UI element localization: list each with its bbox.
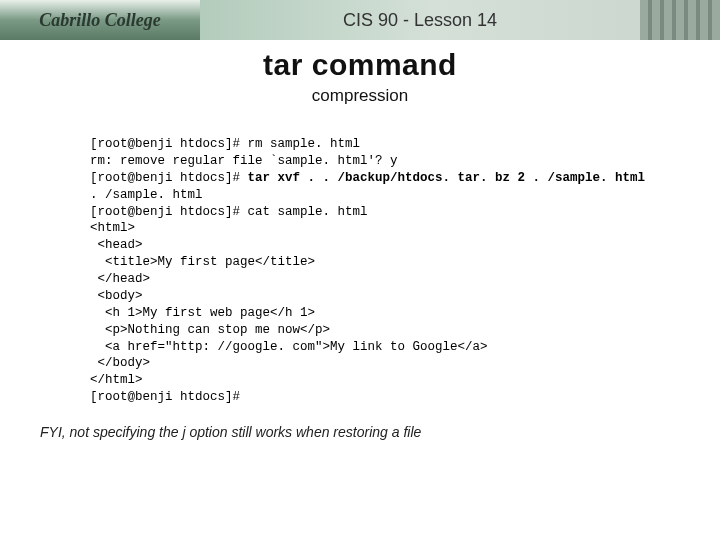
course-title: CIS 90 - Lesson 14 [200,10,640,31]
terminal-line: [root@benji htdocs]# cat sample. html [90,205,368,219]
college-logo: Cabrillo College [0,0,200,40]
terminal-line: </head> [90,272,150,286]
tar-command-bold: tar xvf . . /backup/htdocs. tar. bz 2 . … [248,171,646,185]
header-photo-decoration [640,0,720,40]
terminal-line: [root@benji htdocs]# [90,390,240,404]
page-title: tar command [0,48,720,82]
terminal-line: <title>My first page</title> [90,255,315,269]
page-subtitle: compression [0,86,720,106]
terminal-output: [root@benji htdocs]# rm sample. html rm:… [90,136,720,406]
footer-note: FYI, not specifying the j option still w… [40,424,720,440]
terminal-line: . /sample. html [90,188,203,202]
terminal-line: <html> [90,221,135,235]
terminal-line: <body> [90,289,143,303]
terminal-line: [root@benji htdocs]# rm sample. html [90,137,360,151]
terminal-line: <h 1>My first web page</h 1> [90,306,315,320]
terminal-line: <p>Nothing can stop me now</p> [90,323,330,337]
terminal-line: [root@benji htdocs]# [90,171,248,185]
logo-text: Cabrillo College [39,10,161,31]
terminal-line: <a href="http: //google. com">My link to… [90,340,488,354]
slide-header-bar: Cabrillo College CIS 90 - Lesson 14 [0,0,720,40]
terminal-line: <head> [90,238,143,252]
terminal-line: rm: remove regular file `sample. html'? … [90,154,398,168]
terminal-line: </html> [90,373,143,387]
terminal-line: </body> [90,356,150,370]
